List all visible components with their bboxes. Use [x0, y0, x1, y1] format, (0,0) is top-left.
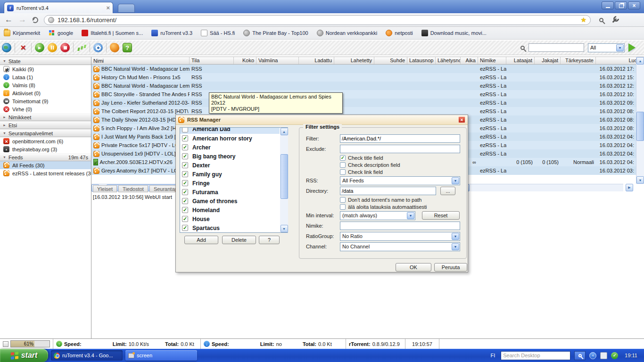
cancel-button[interactable]: Peruuta	[434, 263, 467, 272]
exclude-pattern-input[interactable]	[340, 145, 460, 153]
address-bar[interactable]: 192.168.1.6/rutorrent/ ★	[44, 15, 591, 25]
column-nimi[interactable]: Nimi	[91, 57, 190, 64]
remove-torrent-button[interactable]: ×	[18, 43, 28, 52]
start-button[interactable]: start	[0, 349, 48, 362]
dialog-titlebar[interactable]: RSS Manager ×	[176, 115, 468, 125]
filter-enabled-checkbox[interactable]	[182, 162, 188, 168]
sidebar-state-item[interactable]: Lataa (1)	[0, 73, 91, 81]
sidebar-tracker-item[interactable]: openbittorrent.com (6)	[0, 137, 91, 145]
language-indicator[interactable]: FI	[489, 353, 497, 358]
delete-filter-button[interactable]: Delete	[222, 236, 256, 244]
bookmark-item[interactable]: Download music, movi...	[421, 30, 487, 36]
sidebar-state-item[interactable]: Virhe (0)	[0, 105, 91, 113]
chevron-down-icon[interactable]: ▼	[452, 233, 459, 240]
chevron-down-icon[interactable]: ▼	[452, 177, 459, 184]
filter-enabled-checkbox[interactable]	[182, 180, 188, 186]
back-button[interactable]: ←	[5, 15, 13, 25]
column-tila[interactable]: Tila	[190, 57, 234, 64]
rss-filter-item[interactable]: Spartacus	[180, 223, 280, 232]
plugin-button[interactable]	[110, 43, 119, 52]
sidebar-state-item[interactable]: Toimettomat (9)	[0, 97, 91, 105]
desktop-search-input[interactable]	[501, 351, 570, 360]
browser-tab[interactable]: r ruTorrent v3.4 ×	[4, 2, 113, 13]
help-button[interactable]: ?	[123, 43, 132, 52]
torrent-row[interactable]: BBC Natural World - Madagascar Lemu RSS …	[91, 65, 636, 73]
column-lahetetty[interactable]: Lahetetty	[334, 57, 374, 64]
column-lahetysnopeus[interactable]: Lähetysnc	[436, 57, 461, 64]
section-state[interactable]: ▼ State	[0, 57, 91, 65]
bookmark-item[interactable]: netposti	[386, 30, 413, 36]
rss-feed-select[interactable]: All Feeds ▼	[340, 176, 460, 185]
dialog-close-icon[interactable]: ×	[458, 116, 465, 123]
filter-enabled-checkbox[interactable]	[182, 135, 188, 141]
scroll-down-button[interactable]: ▼	[636, 176, 644, 184]
filter-enabled-checkbox[interactable]	[182, 171, 188, 177]
column-tarkeysaste[interactable]: Tärkeysaste	[561, 57, 596, 64]
section-feeds[interactable]: ▼ Feeds 19m 47s	[0, 153, 91, 161]
desktop-search-button[interactable]	[574, 351, 586, 360]
rss-filter-item[interactable]: American Dad	[180, 128, 280, 134]
taskbar-task-screen[interactable]: screen	[125, 350, 197, 361]
column-valmiina[interactable]: Valmiina	[256, 57, 299, 64]
rss-filter-item[interactable]: Homeland	[180, 206, 280, 214]
filter-pattern-input[interactable]	[340, 134, 460, 143]
column-nimike[interactable]: Nimike	[478, 57, 506, 64]
section-trackers[interactable]: ▼ Seurantapalvelimet	[0, 129, 91, 137]
filter-enabled-checkbox[interactable]	[182, 225, 188, 231]
forward-button[interactable]: →	[18, 15, 26, 25]
upload-limit-value[interactable]: 10.0 Kt/s	[129, 341, 149, 347]
taskbar-task-rutorrent[interactable]: ruTorrent v3.4 - Goo...	[51, 350, 123, 361]
filter-help-button[interactable]: ?	[259, 236, 280, 244]
nimike-input[interactable]	[340, 222, 460, 230]
add-torrent-button[interactable]	[2, 43, 11, 52]
channel-select[interactable]: No Channel ▼	[340, 242, 460, 251]
tray-display-icon[interactable]	[600, 352, 607, 359]
detail-tab[interactable]: Tiedostot	[118, 185, 148, 192]
sidebar-tracker-item[interactable]: thepiratebay.org (3)	[0, 145, 91, 153]
chevron-down-icon[interactable]: ▼	[407, 212, 414, 219]
restore-button[interactable]	[615, 1, 627, 9]
start-button[interactable]: ▶	[35, 43, 44, 52]
no-autostart-checkbox[interactable]	[340, 204, 346, 210]
filter-enabled-checkbox[interactable]	[182, 198, 188, 204]
browse-button[interactable]: ...	[440, 187, 455, 195]
sidebar-feed-item[interactable]: All Feeds (30)	[0, 161, 91, 169]
torrent-row[interactable]: BBC Storyville - Stranded The Andes F RS…	[91, 90, 636, 99]
section-etsi[interactable]: ► Etsi	[0, 121, 91, 129]
bookmark-star-icon[interactable]: ★	[580, 16, 586, 24]
reload-button[interactable]	[32, 17, 38, 23]
torrent-row[interactable]: BBC Natural World - Madagascar Lemu RSS …	[91, 82, 636, 90]
tab-close-icon[interactable]: ×	[106, 4, 110, 11]
bookmark-item[interactable]: The Pirate Bay - Top100	[243, 30, 308, 36]
filter-enabled-checkbox[interactable]	[182, 153, 188, 159]
search-input[interactable]	[528, 43, 584, 52]
pause-button[interactable]	[48, 43, 57, 52]
rss-filter-item[interactable]: Dexter	[180, 161, 280, 170]
stop-button[interactable]	[60, 43, 70, 52]
download-limit-value[interactable]: no	[276, 341, 282, 347]
column-latausnopeus[interactable]: Latausnop	[407, 57, 436, 64]
filter-enabled-checkbox[interactable]	[182, 207, 188, 213]
filter-enabled-checkbox[interactable]	[182, 144, 188, 150]
sidebar-state-item[interactable]: Kaikki (9)	[0, 65, 91, 73]
scroll-thumb[interactable]	[281, 154, 288, 199]
column-lataajat[interactable]: Lataajat	[506, 57, 535, 64]
filter-enabled-checkbox[interactable]	[182, 216, 188, 222]
settings-button[interactable]	[93, 43, 103, 52]
reset-button[interactable]: Reset	[422, 211, 460, 220]
column-aika[interactable]: Aika	[461, 57, 478, 64]
disk-toggle-button[interactable]	[3, 341, 8, 347]
filter-enabled-checkbox[interactable]	[182, 128, 188, 132]
torrent-row[interactable]: Jay Leno - Kiefer Sutherland 2012-03- RS…	[91, 99, 636, 107]
rss-filter-item[interactable]: Big bang theory	[180, 152, 280, 161]
rss-filter-item[interactable]: American horror story	[180, 134, 280, 143]
table-vertical-scrollbar[interactable]: ▲ ▼	[636, 57, 644, 184]
column-ladattu[interactable]: Ladattu	[299, 57, 334, 64]
scroll-up-button[interactable]: ▲	[281, 128, 288, 135]
browser-search-icon[interactable]	[596, 15, 606, 25]
sidebar-state-item[interactable]: Valmis (8)	[0, 81, 91, 89]
bookmark-item[interactable]: Kirjanmerkit	[4, 30, 40, 36]
tray-collapse-icon[interactable]: ‹	[589, 352, 596, 359]
bookmark-item[interactable]: Nordean verkkopankki	[317, 30, 377, 36]
scroll-up-button[interactable]: ▲	[636, 57, 644, 65]
